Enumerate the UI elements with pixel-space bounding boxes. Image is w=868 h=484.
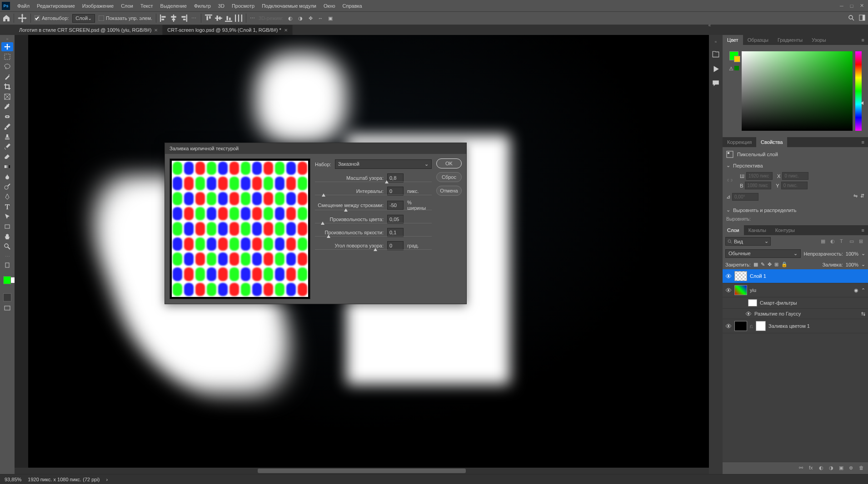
tab-paths[interactable]: Контуры bbox=[771, 225, 799, 235]
fg-bg-swatches[interactable] bbox=[729, 51, 738, 60]
layer-row[interactable]: yiu ◉ ⌃ bbox=[723, 283, 868, 297]
tab-gradients[interactable]: Градиенты bbox=[773, 35, 807, 45]
lock-artboard-icon[interactable]: ⊞ bbox=[774, 262, 778, 267]
lock-move-icon[interactable]: ✥ bbox=[768, 262, 772, 267]
tool-brush[interactable] bbox=[1, 122, 13, 131]
filter-settings-icon[interactable]: ⇆ bbox=[861, 311, 865, 317]
tool-move[interactable] bbox=[1, 42, 13, 51]
row-offset-slider[interactable] bbox=[315, 210, 432, 210]
menu-layers[interactable]: Слои bbox=[117, 1, 137, 10]
layer-row[interactable]: ⎌ Заливка цветом 1 bbox=[723, 319, 868, 333]
panel-menu-icon[interactable]: ≡ bbox=[858, 35, 868, 45]
maximize-icon[interactable]: □ bbox=[847, 2, 856, 10]
chevron-down-icon[interactable]: ⌄ bbox=[726, 163, 730, 168]
menu-text[interactable]: Текст bbox=[137, 1, 157, 10]
link-layers-icon[interactable]: ⚯ bbox=[799, 465, 805, 471]
y-input[interactable]: 0 пикс. bbox=[781, 182, 808, 189]
color-random-input[interactable] bbox=[387, 215, 404, 224]
search-icon[interactable] bbox=[848, 15, 854, 22]
expand-icon[interactable]: ⌃ bbox=[861, 287, 865, 293]
align-middle-icon[interactable] bbox=[215, 15, 222, 22]
group-icon[interactable]: ▣ bbox=[839, 465, 845, 471]
delete-icon[interactable]: 🗑 bbox=[859, 465, 865, 471]
tool-rectangle[interactable] bbox=[1, 222, 13, 231]
ok-button[interactable]: OK bbox=[436, 158, 462, 168]
width-input[interactable]: 1920 пикс bbox=[746, 172, 773, 180]
tab-patterns[interactable]: Узоры bbox=[807, 35, 830, 45]
tab-corrections[interactable]: Коррекция bbox=[723, 137, 756, 147]
menu-window[interactable]: Окно bbox=[320, 1, 339, 10]
tool-eyedropper[interactable] bbox=[1, 102, 13, 111]
new-layer-icon[interactable]: ⊕ bbox=[849, 465, 855, 471]
tab-swatches[interactable]: Образцы bbox=[743, 35, 773, 45]
color-random-slider[interactable] bbox=[315, 223, 432, 223]
tool-blur[interactable] bbox=[1, 172, 13, 181]
reset-button[interactable]: Сброс bbox=[436, 172, 462, 182]
menu-view[interactable]: Просмотр bbox=[228, 1, 258, 10]
menu-3d[interactable]: 3D bbox=[215, 1, 228, 10]
tool-eraser[interactable] bbox=[1, 152, 13, 161]
tab-color[interactable]: Цвет bbox=[723, 35, 743, 45]
tool-pen[interactable] bbox=[1, 192, 13, 201]
spacing-input[interactable] bbox=[387, 187, 404, 196]
menu-file[interactable]: Файл bbox=[14, 1, 33, 10]
filter-type-icon[interactable]: T bbox=[840, 238, 846, 245]
menu-select[interactable]: Выделение bbox=[157, 1, 190, 10]
autoselect-checkbox[interactable]: Автовыбор: bbox=[35, 15, 69, 21]
tool-hand[interactable] bbox=[1, 232, 13, 241]
tab-properties[interactable]: Свойства bbox=[756, 137, 787, 147]
align-top-icon[interactable] bbox=[205, 15, 212, 22]
workspace-icon[interactable] bbox=[859, 15, 865, 22]
row-offset-input[interactable] bbox=[387, 201, 404, 210]
show-transform-checkbox[interactable]: Показать упр. элем. bbox=[99, 15, 152, 21]
filter-pixel-icon[interactable]: ▦ bbox=[821, 238, 827, 245]
tab-close-icon[interactable]: ✕ bbox=[284, 28, 288, 33]
doc-info[interactable]: 1920 пикс. x 1080 пикс. (72 ppi) bbox=[28, 477, 100, 482]
close-icon[interactable]: ✕ bbox=[857, 2, 866, 10]
color-swatches[interactable] bbox=[3, 273, 11, 284]
tab-layers[interactable]: Слои bbox=[723, 225, 744, 235]
menu-image[interactable]: Изображение bbox=[79, 1, 117, 10]
spacing-slider[interactable] bbox=[315, 195, 432, 195]
panel-menu-icon[interactable]: ≡ bbox=[858, 137, 868, 147]
doc-tab-1[interactable]: Логотип в стиле CRT SCREEN.psd @ 100% (y… bbox=[15, 25, 163, 35]
filter-smart-icon[interactable]: ⊞ bbox=[859, 238, 865, 245]
layer-filter-dropdown[interactable]: Вид ⌄ bbox=[725, 237, 771, 246]
distribute-icon[interactable] bbox=[235, 15, 242, 22]
bright-random-input[interactable] bbox=[387, 228, 404, 237]
fx-icon[interactable]: fx bbox=[809, 465, 815, 471]
layer-row[interactable]: Слой 1 bbox=[723, 269, 868, 283]
tool-gradient[interactable] bbox=[1, 162, 13, 171]
visibility-icon[interactable] bbox=[745, 311, 752, 317]
color-picker-field[interactable] bbox=[742, 51, 853, 131]
tool-zoom[interactable] bbox=[1, 242, 13, 251]
blend-mode-dropdown[interactable]: Обычные⌄ bbox=[725, 249, 801, 258]
tool-path-select[interactable] bbox=[1, 212, 13, 221]
screenmode-icon[interactable] bbox=[4, 305, 10, 312]
tool-frame[interactable] bbox=[1, 92, 13, 101]
tool-lasso[interactable] bbox=[1, 62, 13, 71]
adjustment-icon[interactable]: ◑ bbox=[829, 465, 835, 471]
hue-slider[interactable] bbox=[855, 51, 862, 131]
collapse-panels-icon[interactable]: « bbox=[708, 23, 711, 28]
tool-wand[interactable] bbox=[1, 72, 13, 81]
layer-row[interactable]: Размытие по Гауссу ⇆ bbox=[723, 309, 868, 319]
doc-tab-2[interactable]: CRT-screen logo.psd @ 93,9% (Слой 1, RGB… bbox=[163, 25, 292, 35]
menu-help[interactable]: Справка bbox=[339, 1, 366, 10]
link-dims-icon[interactable] bbox=[726, 177, 733, 184]
filter-adjust-icon[interactable]: ◐ bbox=[830, 238, 837, 245]
horizontal-scrollbar[interactable] bbox=[15, 468, 709, 474]
mask-icon[interactable]: ◐ bbox=[819, 465, 825, 471]
tool-type[interactable] bbox=[1, 202, 13, 211]
lock-all-icon[interactable]: 🔒 bbox=[781, 262, 788, 267]
libraries-icon[interactable] bbox=[712, 50, 720, 59]
menu-filter[interactable]: Фильтр bbox=[190, 1, 215, 10]
opacity-value[interactable]: 100% bbox=[846, 251, 858, 257]
tool-history-brush[interactable] bbox=[1, 142, 13, 151]
height-input[interactable]: 1080 пикс bbox=[745, 182, 771, 189]
tab-close-icon[interactable]: ✕ bbox=[154, 28, 158, 33]
panel-menu-icon[interactable]: ≡ bbox=[858, 225, 868, 235]
align-left-icon[interactable] bbox=[160, 15, 167, 22]
x-input[interactable]: 0 пикс. bbox=[782, 172, 808, 180]
set-dropdown[interactable]: Заказной⌄ bbox=[335, 159, 432, 169]
